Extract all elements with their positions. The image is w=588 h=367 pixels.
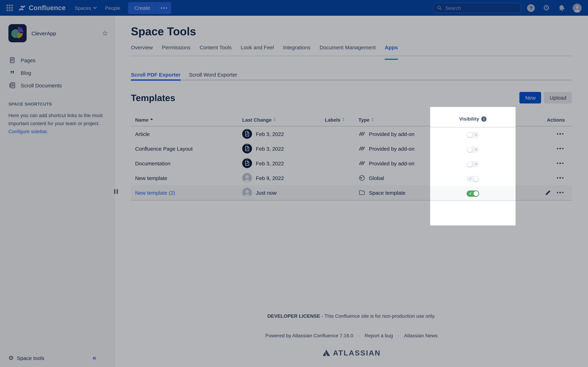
toggle-state-icon: ✓ bbox=[469, 192, 472, 195]
table-bottom-border bbox=[430, 200, 516, 201]
visibility-toggle[interactable]: × bbox=[467, 146, 479, 153]
visibility-toggle[interactable]: ✓ bbox=[467, 191, 479, 197]
visibility-toggle[interactable]: × bbox=[467, 161, 479, 167]
toggle-knob bbox=[467, 162, 472, 167]
toggle-knob bbox=[474, 176, 478, 181]
visibility-toggle[interactable]: × bbox=[467, 132, 479, 138]
toggle-knob bbox=[474, 191, 478, 196]
info-icon[interactable]: i bbox=[481, 116, 486, 121]
toggle-knob bbox=[467, 147, 472, 152]
table-header-border bbox=[430, 127, 516, 128]
toggle-state-icon: ✓ bbox=[469, 177, 472, 181]
toggle-state-icon: × bbox=[475, 148, 477, 151]
toggle-state-icon: × bbox=[475, 133, 477, 137]
toggle-knob bbox=[467, 133, 472, 137]
toggle-state-icon: × bbox=[475, 163, 477, 166]
visibility-spotlight: Visibility i ×××✓✓ bbox=[430, 107, 516, 225]
confluence-app: Confluence Spaces People Create ? ⚙ bbox=[0, 0, 588, 367]
column-header-visibility[interactable]: Visibility i bbox=[430, 116, 516, 122]
visibility-toggle[interactable]: ✓ bbox=[467, 176, 479, 182]
